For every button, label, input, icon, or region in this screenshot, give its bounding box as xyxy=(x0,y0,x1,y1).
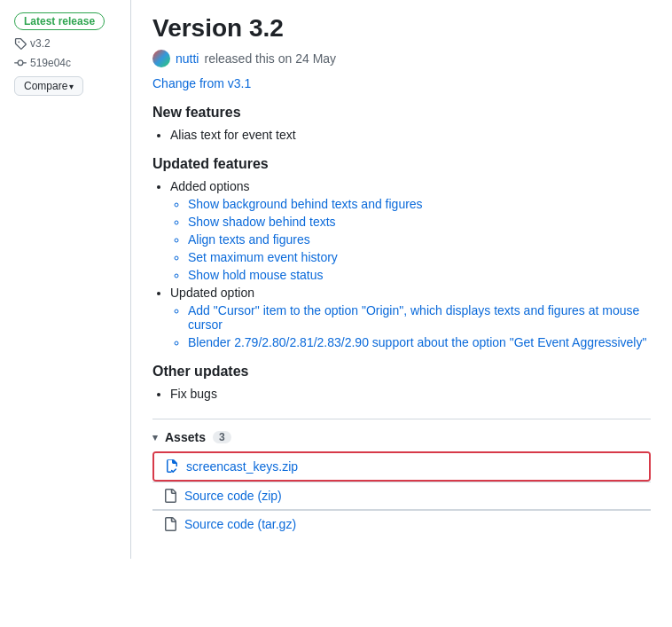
sub-item-link[interactable]: Show hold mouse status xyxy=(188,268,324,282)
zip-asset-link[interactable]: screencast_keys.zip xyxy=(186,459,298,474)
assets-label: Assets xyxy=(165,430,206,444)
sidebar-tag: v3.2 xyxy=(14,37,51,50)
sub-item-link[interactable]: Align texts and figures xyxy=(188,232,310,247)
sub-list: Add "Cursor" item to the option "Origin"… xyxy=(170,303,651,349)
list-item: Show shadow behind texts xyxy=(188,215,651,229)
sub-item-link[interactable]: Show background behind texts and figures xyxy=(188,197,423,211)
updated-features-list: Added options Show background behind tex… xyxy=(152,179,651,349)
updated-features-heading: Updated features xyxy=(152,156,651,172)
asset-item-zip: screencast_keys.zip xyxy=(154,453,649,480)
list-item: Show hold mouse status xyxy=(188,268,651,282)
list-item: Updated option Add "Cursor" item to the … xyxy=(170,286,651,349)
source-targz-icon xyxy=(163,517,177,531)
tag-icon xyxy=(14,37,27,50)
avatar xyxy=(152,50,170,67)
assets-count: 3 xyxy=(213,431,231,443)
change-from-link[interactable]: Change from v3.1 xyxy=(152,76,651,90)
version-title: Version 3.2 xyxy=(152,14,651,43)
new-features-heading: New features xyxy=(152,105,651,121)
list-item: Alias text for event text xyxy=(170,128,651,142)
sub-item-link[interactable]: Show shadow behind texts xyxy=(188,215,336,229)
sub-item-link[interactable]: Blender 2.79/2.80/2.81/2.83/2.90 support… xyxy=(188,335,646,349)
asset-item-source-zip: Source code (zip) xyxy=(152,482,651,510)
tag-value: v3.2 xyxy=(30,37,51,50)
new-features-list: Alias text for event text xyxy=(152,128,651,142)
list-item: Add "Cursor" item to the option "Origin"… xyxy=(188,303,651,332)
commit-value: 519e04c xyxy=(30,57,71,69)
list-item: Added options Show background behind tex… xyxy=(170,179,651,282)
latest-release-badge: Latest release xyxy=(14,12,105,30)
list-item: Fix bugs xyxy=(170,387,651,401)
release-meta: nutti released this on 24 May xyxy=(152,50,651,67)
item-text: Updated option xyxy=(170,286,254,300)
compare-button[interactable]: Compare ▾ xyxy=(14,76,83,96)
zip-icon xyxy=(165,459,179,474)
collapse-icon: ▾ xyxy=(152,432,158,443)
list-item: Set maximum event history xyxy=(188,250,651,264)
compare-label: Compare xyxy=(24,80,67,92)
sub-list: Show background behind texts and figures… xyxy=(170,197,651,282)
main-content: Version 3.2 nutti released this on 24 Ma… xyxy=(131,0,672,559)
list-item: Align texts and figures xyxy=(188,232,651,247)
sidebar-commit: 519e04c xyxy=(14,57,71,69)
item-text: Added options xyxy=(170,179,250,193)
item-text: Alias text for event text xyxy=(170,128,296,142)
assets-list: screencast_keys.zip Source code (zip) S xyxy=(152,451,651,537)
sub-item-link[interactable]: Set maximum event history xyxy=(188,250,338,264)
sub-item-link[interactable]: Add "Cursor" item to the option "Origin"… xyxy=(188,303,639,332)
source-icon xyxy=(163,489,177,503)
released-by-link[interactable]: nutti xyxy=(176,51,199,66)
list-item: Show background behind texts and figures xyxy=(188,197,651,211)
other-updates-heading: Other updates xyxy=(152,364,651,380)
source-zip-link[interactable]: Source code (zip) xyxy=(184,489,282,503)
other-updates-list: Fix bugs xyxy=(152,387,651,401)
source-targz-link[interactable]: Source code (tar.gz) xyxy=(184,517,296,531)
chevron-down-icon: ▾ xyxy=(69,82,74,91)
released-text: released this on 24 May xyxy=(204,51,336,66)
asset-item-source-targz: Source code (tar.gz) xyxy=(152,510,651,537)
sidebar: Latest release v3.2 519e04c Compare ▾ xyxy=(0,0,131,559)
assets-header[interactable]: ▾ Assets 3 xyxy=(152,430,651,444)
divider xyxy=(152,419,651,419)
list-item: Blender 2.79/2.80/2.81/2.83/2.90 support… xyxy=(188,335,651,349)
commit-icon xyxy=(14,57,27,69)
item-text: Fix bugs xyxy=(170,387,217,401)
